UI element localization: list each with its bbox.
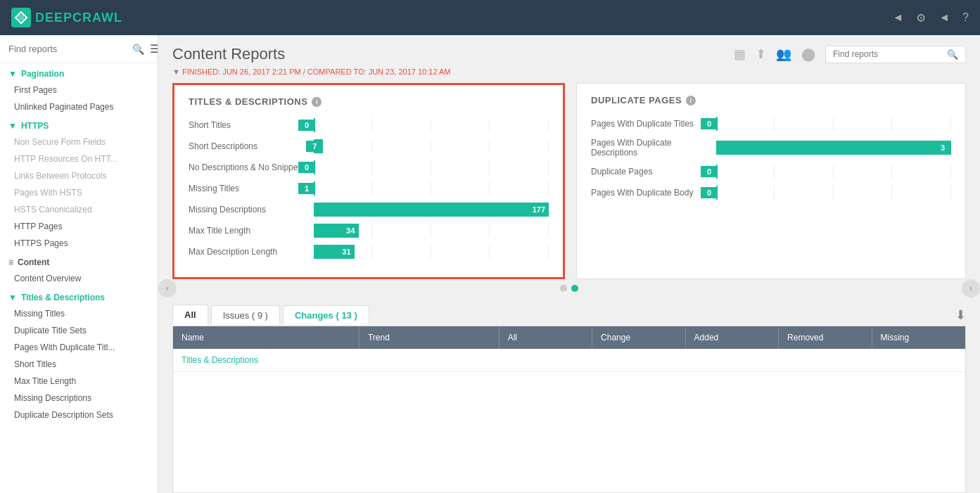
sidebar-item-links-protocols[interactable]: Links Between Protocols bbox=[0, 167, 158, 184]
top-nav-actions: ◄ ⚙ ◄ ? bbox=[892, 11, 969, 25]
find-reports-header-input[interactable] bbox=[833, 49, 941, 59]
sidebar-item-titles-descriptions[interactable]: ▼ Titles & Descriptions bbox=[0, 287, 158, 305]
chart-bar-container: 0 bbox=[314, 160, 549, 174]
sidebar-item-hsts-canon[interactable]: HSTS Canonicalized bbox=[0, 201, 158, 218]
sidebar-item-non-secure[interactable]: Non Secure Form Fields bbox=[0, 134, 158, 151]
settings-icon[interactable]: ⚙ bbox=[916, 11, 926, 25]
users-icon[interactable]: 👥 bbox=[776, 46, 791, 62]
share-icon[interactable]: ⬆ bbox=[756, 46, 766, 62]
content-header: Content Reports ▦ ⬆ 👥 ⬤ 🔍 bbox=[158, 35, 980, 63]
tabs-row: All Issues ( 9 ) Changes ( 13 ) ⬇ bbox=[172, 305, 966, 326]
nav-left-icon[interactable]: ◄ bbox=[892, 11, 903, 24]
find-reports-header-container: 🔍 bbox=[825, 46, 966, 63]
duplicate-info-icon[interactable]: i bbox=[686, 96, 696, 105]
sidebar-item-max-title-length[interactable]: Max Title Length bbox=[0, 373, 158, 390]
chart-bar-container: 0 bbox=[716, 165, 951, 179]
col-added: Added bbox=[686, 326, 779, 349]
sidebar-item-http-pages[interactable]: HTTP Pages bbox=[0, 218, 158, 235]
duplicate-chart-title-text: DUPLICATE PAGES bbox=[591, 95, 682, 105]
col-missing: Missing bbox=[872, 326, 965, 349]
breadcrumb: ▼ FINISHED: JUN 26, 2017 2:21 PM / COMPA… bbox=[158, 63, 980, 83]
chart-bar-value: 0 bbox=[298, 162, 315, 173]
titles-arrow: ▼ bbox=[8, 293, 17, 302]
col-name: Name bbox=[173, 326, 359, 349]
sidebar-item-dup-desc-sets[interactable]: Duplicate Description Sets bbox=[0, 406, 158, 423]
chart-bar-container: 7 bbox=[314, 139, 549, 153]
nav-next-arrow[interactable]: › bbox=[962, 279, 980, 297]
chart-bar-container: 0 bbox=[716, 117, 951, 131]
chart-bar-container: 1 bbox=[314, 181, 549, 196]
sidebar-item-https-pages[interactable]: HTTPS Pages bbox=[0, 235, 158, 252]
chart-row-label: Max Description Length bbox=[189, 247, 308, 257]
chart-bar-value: 0 bbox=[298, 120, 315, 131]
nav-prev-arrow[interactable]: ‹ bbox=[158, 279, 177, 297]
sidebar-titles-label: Titles & Descriptions bbox=[21, 293, 105, 302]
sidebar-search-input[interactable] bbox=[8, 44, 127, 54]
sidebar-item-missing-descriptions[interactable]: Missing Descriptions bbox=[0, 390, 158, 406]
bar-chart-icon[interactable]: ▦ bbox=[734, 46, 746, 62]
nav-right-icon[interactable]: ◄ bbox=[938, 11, 950, 24]
charts-grid: TITLES & DESCRIPTIONS i Short Titles0Sho… bbox=[158, 83, 980, 279]
chart-bar-container: 0 bbox=[716, 186, 951, 200]
chart-row-label: Missing Titles bbox=[189, 184, 308, 193]
duplicate-pages-chart: DUPLICATE PAGES i Pages With Duplicate T… bbox=[576, 83, 966, 279]
sidebar-item-pages-hsts[interactable]: Pages With HSTS bbox=[0, 184, 158, 201]
chart-bar-container: 34 bbox=[314, 224, 549, 238]
sidebar-item-duplicate-title-sets[interactable]: Duplicate Title Sets bbox=[0, 322, 158, 339]
pie-chart-icon[interactable]: ⬤ bbox=[801, 46, 815, 62]
tab-issues[interactable]: Issues ( 9 ) bbox=[211, 305, 280, 325]
table-header: Name Trend All Change Added Removed Miss… bbox=[173, 326, 965, 349]
row-removed bbox=[779, 349, 872, 371]
nav-dots bbox=[560, 285, 578, 292]
chart-bar: 0 bbox=[716, 186, 718, 200]
sidebar-item-https[interactable]: ▼ HTTPS bbox=[0, 115, 158, 134]
logo-crawl: CRAWL bbox=[72, 11, 122, 25]
nav-dot-1[interactable] bbox=[560, 285, 567, 292]
chart-bar-value: 7 bbox=[306, 141, 323, 152]
chart-bar-container: 31 bbox=[314, 245, 549, 259]
sidebar-item-http-resources[interactable]: HTTP Resources On HTT... bbox=[0, 151, 158, 167]
download-icon[interactable]: ⬇ bbox=[955, 307, 966, 323]
sidebar-item-pagination[interactable]: ▼ Pagination bbox=[0, 63, 158, 82]
chart-row-item: Max Title Length34 bbox=[189, 224, 549, 238]
chart-bar-container: 3 bbox=[716, 141, 951, 155]
tab-all[interactable]: All bbox=[172, 305, 208, 326]
titles-chart-title: TITLES & DESCRIPTIONS i bbox=[189, 96, 549, 107]
top-nav: DEEPCRAWL ◄ ⚙ ◄ ? bbox=[0, 0, 980, 35]
table-row: Titles & Descriptions bbox=[173, 349, 965, 372]
chart-bar-container: 0 bbox=[314, 118, 549, 132]
chart-bar: 0 bbox=[716, 165, 718, 179]
sidebar-item-first-pages[interactable]: First Pages bbox=[0, 82, 158, 98]
sidebar-item-pages-dup-titles[interactable]: Pages With Duplicate Titl... bbox=[0, 339, 158, 356]
chart-bar-value: 0 bbox=[701, 187, 718, 198]
sidebar-menu-icon[interactable]: ☰ bbox=[150, 42, 158, 56]
chart-row-label: Pages With Duplicate Body bbox=[591, 188, 711, 198]
sidebar-item-short-titles[interactable]: Short Titles bbox=[0, 356, 158, 373]
row-name[interactable]: Titles & Descriptions bbox=[173, 349, 359, 371]
tab-changes[interactable]: Changes ( 13 ) bbox=[283, 305, 369, 325]
chart-row-item: Pages With Duplicate Body0 bbox=[591, 186, 951, 200]
row-missing bbox=[872, 349, 965, 371]
sidebar-group-content: ≡ Content bbox=[0, 252, 158, 270]
chart-bar: 7 bbox=[314, 139, 323, 153]
breadcrumb-compared: COMPARED TO: JUN 23, 2017 10:12 AM bbox=[307, 68, 451, 76]
nav-dot-2[interactable] bbox=[571, 285, 578, 292]
duplicate-chart-rows: Pages With Duplicate Titles0Pages With D… bbox=[591, 117, 951, 200]
chart-bar: 177 bbox=[314, 203, 549, 217]
sidebar-item-unlinked-paginated[interactable]: Unlinked Paginated Pages bbox=[0, 98, 158, 115]
chart-bar: 0 bbox=[314, 160, 315, 174]
sidebar-item-missing-titles[interactable]: Missing Titles bbox=[0, 305, 158, 322]
sidebar-https-label: HTTPS bbox=[21, 121, 49, 131]
chart-bar-value: 3 bbox=[934, 142, 951, 153]
titles-info-icon[interactable]: i bbox=[312, 97, 322, 107]
chart-row-label: Missing Descriptions bbox=[189, 205, 308, 215]
page-title: Content Reports bbox=[172, 45, 285, 63]
sidebar-item-content-overview[interactable]: Content Overview bbox=[0, 270, 158, 287]
find-reports-search-icon: 🔍 bbox=[947, 49, 958, 60]
https-arrow: ▼ bbox=[8, 121, 17, 131]
chart-row-label: Pages With Duplicate Descriptions bbox=[591, 138, 711, 158]
row-all bbox=[499, 349, 592, 371]
sidebar: 🔍 ☰ ▼ Pagination First Pages Unlinked Pa… bbox=[0, 35, 158, 493]
chart-bar-container: 177 bbox=[314, 203, 549, 217]
help-icon[interactable]: ? bbox=[962, 11, 969, 24]
